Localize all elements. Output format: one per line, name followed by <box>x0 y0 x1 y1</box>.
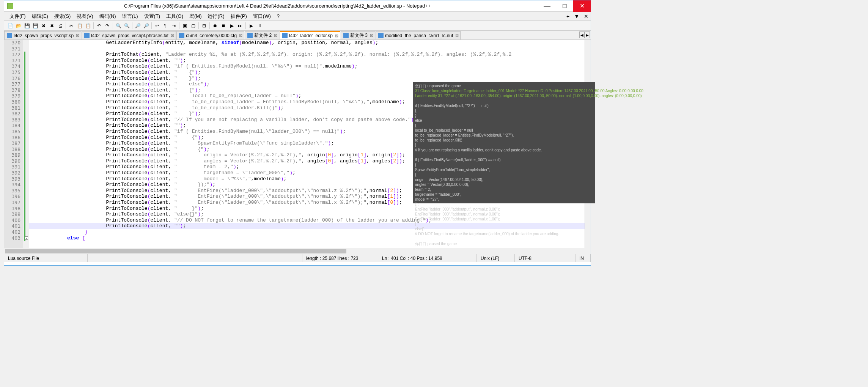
status-bar: Lua source File length : 25,687 lines : … <box>4 254 591 262</box>
menu-item[interactable]: 搜索(S) <box>51 13 74 20</box>
hidelines-icon[interactable]: ⊟ <box>200 22 208 30</box>
wrap-icon[interactable]: ↩ <box>153 22 161 30</box>
file-icon <box>343 33 349 38</box>
playx-icon[interactable]: ⏭ <box>236 22 244 30</box>
tab-close-icon[interactable]: ⊠ <box>239 33 242 38</box>
new-document-button[interactable]: + <box>564 13 572 19</box>
copy-icon[interactable]: 📋 <box>76 22 83 30</box>
play-icon[interactable]: ▶ <box>228 22 236 30</box>
new-icon[interactable]: 📄 <box>6 22 14 30</box>
unfold-icon[interactable]: ▢ <box>189 22 197 30</box>
close-button[interactable]: ✕ <box>573 0 591 12</box>
status-encoding[interactable]: UTF-8 <box>515 254 576 262</box>
menu-item[interactable]: 窗口(W) <box>250 13 274 20</box>
status-insert-mode[interactable]: IN <box>576 254 591 262</box>
app-icon <box>4 0 16 12</box>
console-line: model = "*27", <box>415 197 593 202</box>
indent-icon[interactable]: ⇥ <box>170 22 178 30</box>
menu-item[interactable]: 编码(N) <box>96 13 119 20</box>
tab-label: 新文件 3 <box>350 32 368 39</box>
menu-item[interactable]: 设置(T) <box>141 13 164 20</box>
menu-item[interactable]: 编辑(E) <box>29 13 51 20</box>
tab-label: 新文件 2 <box>254 32 272 39</box>
fold-icon[interactable]: ▣ <box>181 22 189 30</box>
line-number-gutter: 3703713723733743753763773783793803813823… <box>4 40 23 248</box>
tab-close-icon[interactable]: ⊠ <box>370 33 373 38</box>
console-line: } <box>415 222 593 227</box>
document-tab[interactable]: l4d2_ladder_editor.sp⊠ <box>280 31 340 39</box>
console-line: else{} <box>415 227 593 231</box>
status-position: Ln : 401 Col : 40 Pos : 14,958 <box>378 254 477 262</box>
status-length: length : 25,687 lines : 723 <box>302 254 378 262</box>
dropdown-button[interactable]: ▼ <box>572 13 582 19</box>
cut-icon[interactable]: ✂ <box>68 22 75 30</box>
menu-item[interactable]: 工具(O) <box>163 13 186 20</box>
zoomin-icon[interactable]: 🔎 <box>134 22 142 30</box>
tab-close-icon[interactable]: ⊠ <box>335 33 338 38</box>
document-tab[interactable]: c5m3_cemetery.0000.cfg⊠ <box>176 31 244 39</box>
document-tab[interactable]: 新文件 3⊠ <box>341 31 375 39</box>
paste-icon[interactable]: 📋 <box>84 22 92 30</box>
console-line: SpawnEntityFromTable("func_simpleladder"… <box>415 167 593 172</box>
x1-icon[interactable]: ▶ <box>247 22 255 30</box>
minimize-button[interactable]: — <box>538 0 556 12</box>
maximize-button[interactable]: ☐ <box>556 0 573 12</box>
file-icon <box>378 33 384 38</box>
saveall-icon[interactable]: 💾 <box>31 22 39 30</box>
print-icon[interactable]: 🖨 <box>57 22 64 30</box>
open-icon[interactable]: 📂 <box>15 22 22 30</box>
stop-icon[interactable]: ⏹ <box>220 22 227 30</box>
file-icon <box>7 33 12 38</box>
tab-close-icon[interactable]: ⊠ <box>274 33 277 38</box>
close-icon[interactable]: ✖ <box>40 22 47 30</box>
console-line: else <box>415 118 593 123</box>
menu-item[interactable]: 视图(V) <box>74 13 96 20</box>
title-bar: C:\Program Files (x86)\Steam\steamapps\c… <box>4 0 591 12</box>
console-line: if ( Entities.FindByName(null,"ladder_00… <box>415 157 593 162</box>
closeall-icon[interactable]: ✖ <box>48 22 56 30</box>
replace-icon[interactable]: 🔍 <box>123 22 131 30</box>
status-eol[interactable]: Unix (LF) <box>477 254 515 262</box>
rec-icon[interactable]: ⏺ <box>211 22 219 30</box>
console-line: { <box>415 108 593 113</box>
save-icon[interactable]: 💾 <box>23 22 31 30</box>
document-tab[interactable]: modified_the_parish_c5m1_lc.nut⊠ <box>376 31 461 39</box>
close-tab-button[interactable]: ✕ <box>582 13 591 19</box>
file-icon <box>282 33 288 38</box>
tab-scroll-right[interactable]: ▶ <box>585 31 590 38</box>
tab-scroll-left[interactable]: ◀ <box>579 31 585 38</box>
game-console-overlay: 您口口 unpaused the game31 Class: func_simp… <box>413 82 595 203</box>
console-line: }); <box>415 202 593 207</box>
menu-item[interactable]: ? <box>274 13 283 19</box>
horizontal-scrollbar[interactable] <box>4 248 591 254</box>
console-line: { <box>415 172 593 177</box>
fold-toggle[interactable]: - <box>25 236 28 240</box>
console-line: targetname = "ladder_000", <box>415 192 593 197</box>
allchars-icon[interactable]: ¶ <box>162 22 169 30</box>
console-line: if ( Entities.FindByModel(null, "*27") =… <box>415 103 593 108</box>
console-line <box>415 153 593 157</box>
console-line: local to_be_replaced_ladder = null <box>415 128 593 133</box>
zoomout-icon[interactable]: 🔎 <box>142 22 150 30</box>
x2-icon[interactable]: ⏸ <box>256 22 263 30</box>
console-line: to_be_replaced_ladder = Entities.FindByM… <box>415 133 593 138</box>
scrollbar-thumb[interactable] <box>5 249 346 253</box>
console-line: 您口口 unpaused the game <box>415 83 593 88</box>
document-tab[interactable]: 新文件 2⊠ <box>245 31 279 39</box>
document-tab[interactable]: l4d2_spawn_props_vscript.sp⊠ <box>4 31 81 39</box>
status-spacer <box>88 254 302 262</box>
redo-icon[interactable]: ↷ <box>104 22 111 30</box>
menu-item[interactable]: 运行(R) <box>204 13 227 20</box>
tab-close-icon[interactable]: ⊠ <box>171 33 174 38</box>
menu-item[interactable]: 宏(M) <box>186 13 205 20</box>
undo-icon[interactable]: ↶ <box>95 22 103 30</box>
menu-item[interactable]: 语言(L) <box>119 13 141 20</box>
document-tab[interactable]: l4d2_spawn_props_vscript.phrases.txt⊠ <box>82 31 176 39</box>
console-line: EntFire("ladder_000","addoutput","normal… <box>415 207 593 212</box>
fold-margin[interactable]: - <box>23 40 29 248</box>
menu-item[interactable]: 文件(F) <box>6 13 29 20</box>
menu-item[interactable]: 插件(P) <box>228 13 250 20</box>
tab-close-icon[interactable]: ⊠ <box>455 33 459 38</box>
tab-close-icon[interactable]: ⊠ <box>76 33 79 38</box>
find-icon[interactable]: 🔍 <box>115 22 122 30</box>
